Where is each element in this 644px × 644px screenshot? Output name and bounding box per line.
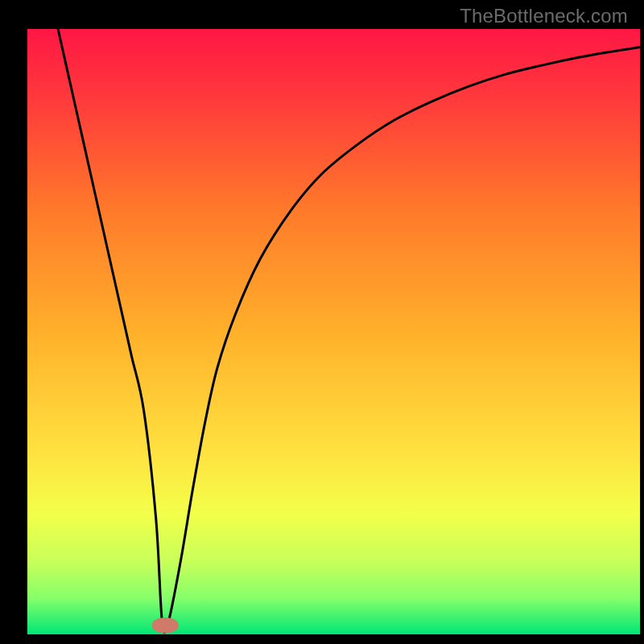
watermark-text: TheBottleneck.com — [460, 5, 628, 27]
chart-container: TheBottleneck.com — [0, 0, 644, 644]
bottleneck-chart — [0, 0, 644, 644]
minimum-marker — [151, 617, 178, 634]
plot-background — [27, 29, 640, 634]
